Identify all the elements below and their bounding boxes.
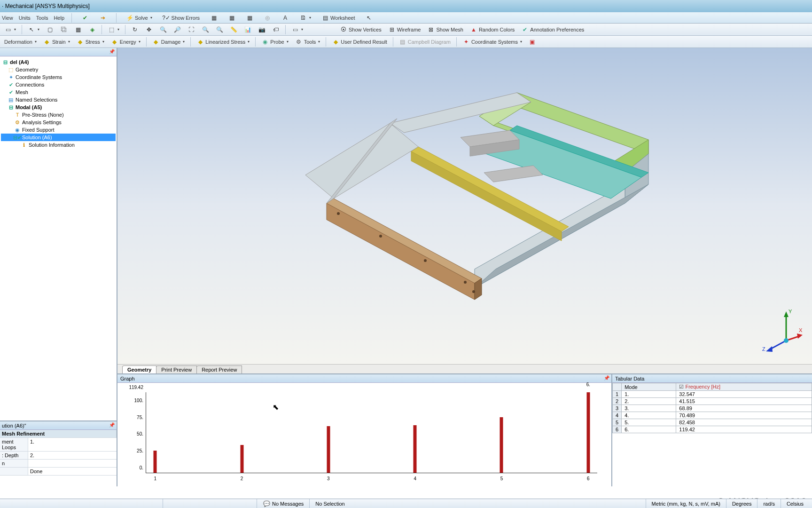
zoom-out-icon[interactable]: 🔎 xyxy=(171,24,183,35)
chart-bar[interactable] xyxy=(327,426,330,473)
font-icon[interactable]: A xyxy=(279,13,291,23)
toolbar-icon-4[interactable]: ◎ xyxy=(261,13,273,23)
worksheet-button[interactable]: ▤ Worksheet xyxy=(319,13,357,23)
menu-help[interactable]: Help xyxy=(54,15,64,21)
refresh-icon[interactable]: ✔ xyxy=(79,13,91,23)
select-icon[interactable]: ▭▾ xyxy=(2,24,18,35)
chart-bar[interactable] xyxy=(240,445,243,473)
details-row[interactable]: ment Loops 1. xyxy=(0,438,117,452)
chart-bar[interactable] xyxy=(500,417,503,473)
tree-model[interactable]: ⊟ del (A4) xyxy=(1,58,116,66)
details-row[interactable]: n xyxy=(0,460,117,468)
settings-icon: ⚙ xyxy=(14,119,21,126)
tab-report-preview[interactable]: Report Preview xyxy=(196,365,242,373)
show-vertices-button[interactable]: ⦿ Show Vertices xyxy=(337,24,384,35)
paste-icon[interactable]: ▦ xyxy=(72,24,84,35)
tag-icon[interactable]: 🏷 xyxy=(270,24,282,35)
triad[interactable]: Y X Z xyxy=(760,308,803,355)
table-row[interactable]: 6 6. 119.42 xyxy=(613,426,812,433)
camera-icon[interactable]: 📷 xyxy=(256,24,268,35)
table-row[interactable]: 1 1. 32.547 xyxy=(613,391,812,398)
tree-analysis-settings[interactable]: ⚙ Analysis Settings xyxy=(1,119,116,126)
menu-view[interactable]: View xyxy=(2,15,13,21)
col-mode[interactable]: Mode xyxy=(622,383,676,391)
toolbar-icon-2[interactable]: ▦ xyxy=(226,13,238,23)
table-row[interactable]: 4 4. 70.489 xyxy=(613,412,812,419)
zoom-box-icon[interactable]: 🔍 xyxy=(199,24,211,35)
table-row[interactable]: 2 2. 41.515 xyxy=(613,398,812,405)
stress-button[interactable]: ◆ Stress▾ xyxy=(74,37,107,47)
show-errors-button[interactable]: ?✓ Show Errors xyxy=(160,13,203,23)
extra-icon[interactable]: ▣ xyxy=(526,37,539,47)
rotate-icon[interactable]: ↻ xyxy=(129,24,141,35)
details-row[interactable]: Done xyxy=(0,468,117,476)
tree-solution[interactable]: ⊟✔ Solution (A6) xyxy=(1,134,116,141)
copy-icon[interactable]: ⿻ xyxy=(58,24,70,35)
outline-tree[interactable]: ⊟ del (A4) ⬚ Geometry ✦ Coordinate Syste… xyxy=(0,56,117,151)
energy-button[interactable]: ◆ Energy▾ xyxy=(109,37,143,47)
menu-units[interactable]: Units xyxy=(19,15,31,21)
toolbar-icon-1[interactable]: ▦ xyxy=(208,13,220,23)
graph-body[interactable]: 0.25.50.75.100.119.421234566. ⬉ xyxy=(117,383,611,486)
iso-view-icon[interactable]: ⬚▾ xyxy=(105,24,122,35)
pin-icon[interactable]: 📌 xyxy=(109,49,115,54)
user-defined-result-button[interactable]: ◆ User Defined Result xyxy=(329,37,389,47)
cube-icon[interactable]: ◈ xyxy=(86,24,98,35)
table-corner xyxy=(613,383,622,391)
chart-icon[interactable]: 📊 xyxy=(242,24,254,35)
details-value[interactable] xyxy=(28,460,117,467)
pan-icon[interactable]: ✥ xyxy=(143,24,155,35)
cursor-icon[interactable]: ↖ xyxy=(363,13,375,23)
details-value[interactable]: 2. xyxy=(28,452,117,459)
magnify-icon[interactable]: 🔍 xyxy=(213,24,226,35)
zoom-fit-icon[interactable]: ⛶ xyxy=(185,24,197,35)
chart-bar[interactable] xyxy=(414,425,417,473)
coord-sys-button[interactable]: ✦ Coordinate Systems▾ xyxy=(460,37,524,47)
wireframe-button[interactable]: ⊞ Wireframe xyxy=(386,24,423,35)
pin-icon[interactable]: 📌 xyxy=(109,422,115,428)
deformation-button[interactable]: Deformation▾ xyxy=(2,38,39,46)
col-frequency[interactable]: ☑ Frequency [Hz] xyxy=(676,383,812,391)
details-value[interactable]: 1. xyxy=(28,438,117,451)
status-messages[interactable]: 💬 No Messages xyxy=(257,499,309,508)
zoom-in-icon[interactable]: 🔍 xyxy=(157,24,169,35)
random-colors-button[interactable]: ▲ Random Colors xyxy=(468,24,517,35)
box-select-icon[interactable]: ▢ xyxy=(44,24,56,35)
details-row[interactable]: : Depth 2. xyxy=(0,452,117,460)
toolbar-icon-3[interactable]: ▦ xyxy=(243,13,256,23)
ruler-icon[interactable]: 📏 xyxy=(227,24,240,35)
tree-coord-sys[interactable]: ✦ Coordinate Systems xyxy=(1,73,116,81)
chart-bar[interactable] xyxy=(586,392,590,473)
viewport-3d[interactable]: Y X Z xyxy=(117,48,812,364)
tab-print-label: Print Preview xyxy=(161,367,192,373)
tree-solution-info[interactable]: ℹ Solution Information xyxy=(1,141,116,149)
pin-icon[interactable]: 📌 xyxy=(604,375,609,381)
damage-button[interactable]: ◆ Damage▾ xyxy=(150,37,187,47)
cursor-select-icon[interactable]: ↖▾ xyxy=(25,24,42,35)
tree-geometry[interactable]: ⬚ Geometry xyxy=(1,66,116,73)
linearized-stress-button[interactable]: ◆ Linearized Stress▾ xyxy=(194,37,252,47)
row-num: 4 xyxy=(613,412,622,419)
table-row[interactable]: 3 3. 68.89 xyxy=(613,405,812,412)
solve-button[interactable]: ⚡ Solve ▾ xyxy=(124,13,155,23)
tree-mesh[interactable]: ✔ Mesh xyxy=(1,88,116,96)
go-icon[interactable]: ➔ xyxy=(97,13,109,23)
view-dropdown[interactable]: ▭▾ xyxy=(289,24,305,35)
tree-fixed-support[interactable]: ◉ Fixed Support xyxy=(1,126,116,134)
tree-connections[interactable]: ✔ Connections xyxy=(1,81,116,88)
annotation-prefs-button[interactable]: ✔ Annotation Preferences xyxy=(519,24,586,35)
show-mesh-button[interactable]: ⊠ Show Mesh xyxy=(425,24,465,35)
menu-tools[interactable]: Tools xyxy=(36,15,48,21)
image-icon[interactable]: 🖻▾ xyxy=(297,13,313,23)
tab-print-preview[interactable]: Print Preview xyxy=(156,365,197,373)
tree-named-sel[interactable]: ▤ Named Selections xyxy=(1,96,116,103)
strain-button[interactable]: ◆ Strain▾ xyxy=(41,37,72,47)
tree-modal[interactable]: ⊟ Modal (A5) xyxy=(1,103,116,111)
table-row[interactable]: 5 5. 82.458 xyxy=(613,419,812,426)
tree-prestress[interactable]: T Pre-Stress (None) xyxy=(1,111,116,119)
tabular-table[interactable]: Mode ☑ Frequency [Hz] 1 1. 32.5472 2. 41… xyxy=(612,383,812,433)
chart-bar[interactable] xyxy=(154,451,157,473)
tools-button[interactable]: ⚙ Tools▾ xyxy=(293,37,323,47)
tab-geometry[interactable]: Geometry xyxy=(122,365,156,373)
probe-button[interactable]: ◉ Probe▾ xyxy=(259,37,290,47)
